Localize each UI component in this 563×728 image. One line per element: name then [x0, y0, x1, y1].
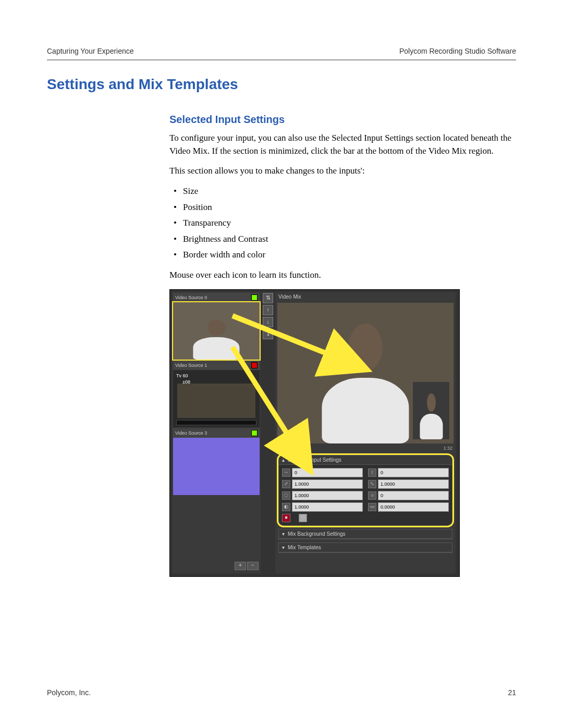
- list-item: Transparency: [183, 217, 516, 230]
- move-up-icon[interactable]: ↑: [263, 305, 273, 315]
- list-item: Position: [183, 201, 516, 214]
- timeline-strip: [176, 420, 256, 425]
- field-value[interactable]: 0: [378, 468, 449, 477]
- field-contrast: ◐ 1.0000: [282, 502, 363, 512]
- header-left: Capturing Your Experience: [47, 47, 134, 55]
- panel-title: Selected Input Settings: [288, 457, 341, 463]
- mix-templates-panel[interactable]: ▾ Mix Templates: [278, 542, 452, 553]
- status-badge-green-icon: [251, 294, 258, 301]
- add-source-button[interactable]: +: [235, 562, 246, 570]
- field-value[interactable]: 1.0000: [292, 491, 363, 500]
- screenshot-figure: Video Source 0 Video Source 1 Tv 60 ±08: [169, 289, 460, 577]
- video-source-list: Video Source 0 Video Source 1 Tv 60 ±08: [172, 292, 261, 573]
- heading-2: Selected Input Settings: [169, 114, 516, 126]
- status-badge-red-icon: [251, 362, 258, 368]
- transparency-icon[interactable]: ◌: [282, 491, 290, 500]
- list-item: Brightness and Contrast: [183, 233, 516, 246]
- video-source-thumbnail[interactable]: [173, 438, 260, 495]
- page-footer: Polycom, Inc. 21: [47, 688, 516, 697]
- contrast-icon[interactable]: ◐: [282, 503, 290, 511]
- selected-input-settings-panel: ▴ Selected Input Settings ↔ 0 ↕ 0 ⤢ 1.00…: [278, 455, 452, 526]
- field-scale-y: ⤡ 1.0000: [368, 479, 449, 489]
- video-source-item-3[interactable]: Video Source 3: [173, 428, 260, 495]
- paragraph-lead: This section allows you to make changes …: [169, 165, 516, 178]
- status-badge-green-icon: [251, 430, 258, 436]
- video-source-label: Video Source 0: [175, 295, 207, 300]
- move-down-icon[interactable]: ↓: [263, 317, 273, 327]
- video-mix-panel: Video Mix 1:32 ▴ Selected Input Settings…: [275, 292, 456, 573]
- video-source-thumbnail[interactable]: Tv 60 ±08: [173, 370, 260, 427]
- remove-source-button[interactable]: −: [247, 562, 259, 570]
- field-value[interactable]: 1.0000: [292, 502, 363, 512]
- mix-background-settings-panel[interactable]: ▾ Mix Background Settings: [278, 529, 452, 539]
- field-value[interactable]: 0: [292, 468, 363, 477]
- brightness-icon[interactable]: ☼: [368, 491, 376, 500]
- field-scale-x: ⤢ 1.0000: [282, 479, 363, 489]
- field-border-width: ▭ 0.0000: [368, 502, 449, 512]
- collapse-toggle-icon[interactable]: ▾: [282, 545, 285, 550]
- horizontal-position-icon[interactable]: ↔: [282, 468, 290, 477]
- background-color-icon[interactable]: □: [299, 514, 307, 522]
- paragraph-mouseover: Mouse over each icon to learn its functi…: [169, 269, 516, 282]
- video-source-thumbnail[interactable]: [173, 302, 260, 360]
- list-item: Border width and color: [183, 249, 516, 262]
- footer-company: Polycom, Inc.: [47, 688, 91, 697]
- settings-bullet-list: Size Position Transparency Brightness an…: [169, 185, 516, 262]
- video-source-item-1[interactable]: Video Source 1 Tv 60 ±08: [173, 361, 260, 427]
- field-position-x: ↔ 0: [282, 468, 363, 477]
- field-value[interactable]: 0.0000: [378, 502, 449, 512]
- page-header: Capturing Your Experience Polycom Record…: [47, 47, 516, 60]
- panel-title: Mix Templates: [288, 545, 321, 550]
- move-bottom-icon[interactable]: ⤓: [263, 329, 273, 339]
- vertical-position-icon[interactable]: ↕: [368, 468, 376, 477]
- video-source-item-0[interactable]: Video Source 0: [173, 293, 260, 360]
- video-source-label: Video Source 3: [175, 430, 207, 436]
- border-width-icon[interactable]: ▭: [368, 503, 376, 511]
- scale-y-icon[interactable]: ⤡: [368, 480, 376, 488]
- field-transparency: ◌ 1.0000: [282, 491, 363, 500]
- footer-page-number: 21: [508, 688, 516, 697]
- list-item: Size: [183, 185, 516, 198]
- video-mix-preview[interactable]: [277, 303, 454, 443]
- video-source-label: Video Source 1: [175, 363, 207, 368]
- field-value[interactable]: 1.0000: [292, 479, 363, 489]
- video-mix-title: Video Mix: [275, 292, 456, 302]
- reorder-buttons: ⇅ ↑ ↓ ⤓: [263, 293, 272, 339]
- field-value[interactable]: 1.0000: [378, 479, 449, 489]
- foreground-color-icon[interactable]: ■: [282, 514, 290, 522]
- collapse-toggle-icon[interactable]: ▾: [282, 531, 285, 537]
- field-color-fg: ■ □: [282, 514, 363, 522]
- scale-x-icon[interactable]: ⤢: [282, 480, 290, 488]
- overlay-text: Tv 60: [176, 373, 188, 378]
- field-brightness: ☼ 0: [368, 491, 449, 500]
- collapse-toggle-icon[interactable]: ▴: [282, 457, 285, 463]
- field-value[interactable]: 0: [378, 491, 449, 500]
- panel-title: Mix Background Settings: [288, 531, 346, 537]
- panel-header[interactable]: ▴ Selected Input Settings: [279, 455, 452, 465]
- header-right: Polycom Recording Studio Software: [399, 47, 516, 55]
- source-footer-controls: + −: [173, 561, 260, 571]
- heading-1: Settings and Mix Templates: [47, 76, 516, 93]
- video-mix-timecode: 1:32: [275, 445, 456, 452]
- field-position-y: ↕ 0: [368, 468, 449, 477]
- swap-icon[interactable]: ⇅: [263, 293, 273, 303]
- paragraph-intro: To configure your input, you can also us…: [169, 132, 516, 157]
